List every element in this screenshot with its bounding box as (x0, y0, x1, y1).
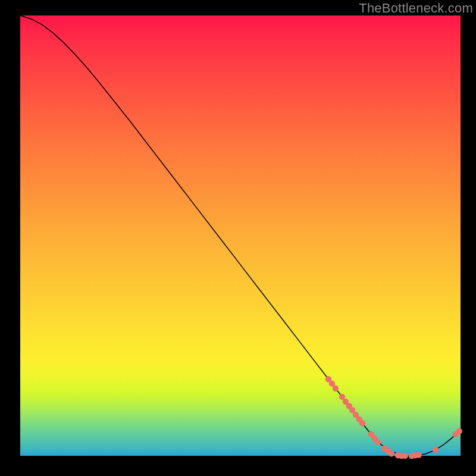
curve-marker (359, 420, 365, 426)
curve-marker (389, 450, 394, 456)
curve-marker (375, 439, 381, 445)
curve-marker (402, 453, 408, 459)
curve-layer (20, 15, 461, 456)
watermark-text: TheBottleneck.com (359, 1, 473, 16)
curve-marker (456, 428, 462, 434)
curve-marker (333, 386, 339, 392)
curve-marker (416, 452, 422, 458)
chart-stage: TheBottleneck.com (0, 0, 476, 476)
bottleneck-curve (20, 15, 461, 456)
curve-markers (325, 376, 462, 459)
curve-marker (433, 446, 439, 452)
plot-area (20, 15, 461, 456)
